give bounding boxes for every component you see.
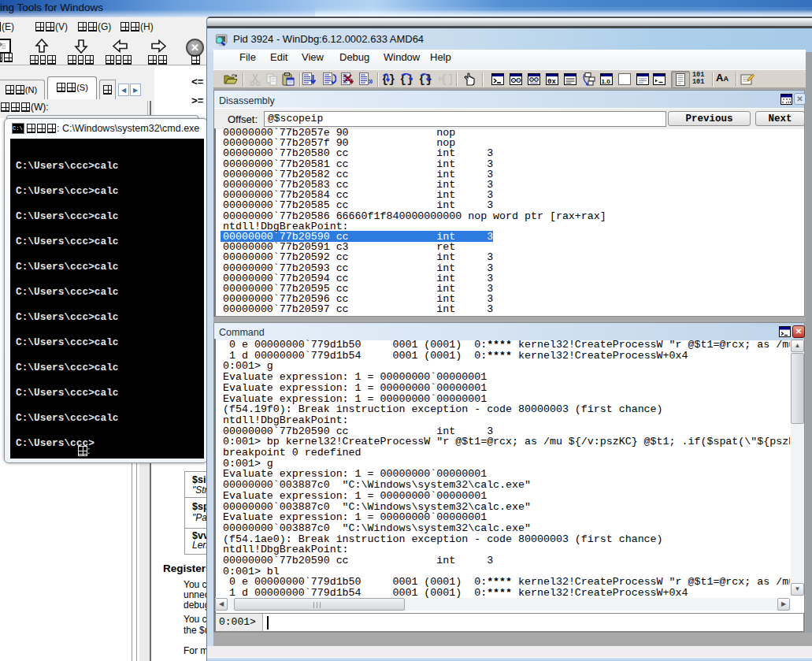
svg-text:}: } xyxy=(389,73,395,86)
svg-text:0x: 0x xyxy=(547,78,556,86)
svg-text:}: } xyxy=(448,73,453,86)
svg-text:1.0: 1.0 xyxy=(602,78,611,85)
svg-text:{: { xyxy=(441,73,447,86)
